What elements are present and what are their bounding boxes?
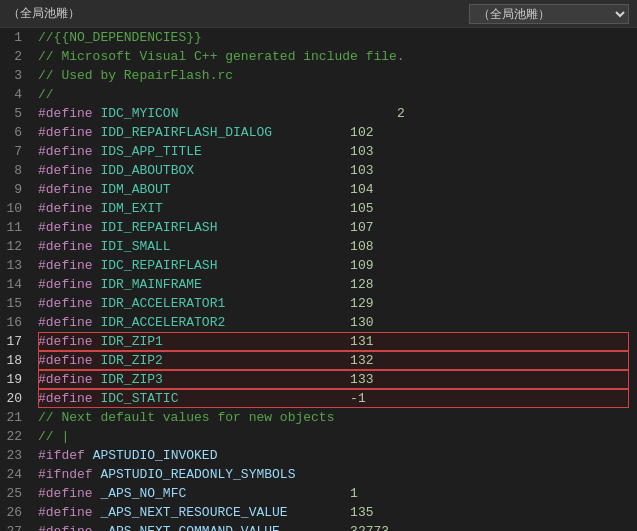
code-area: 1234567891011121314151617181920212223242… [0,28,637,531]
line-number: 12 [4,237,22,256]
line-number: 23 [4,446,22,465]
code-line: // Next default values for new objects [38,408,629,427]
line-number: 6 [4,123,22,142]
c-define-token: #define [38,218,93,237]
c-number-token: 107 [350,218,373,237]
line-number: 17 [4,332,22,351]
code-line: #define IDD_REPAIRFLASH_DIALOG 102 [38,123,629,142]
c-plain-token [93,275,101,294]
c-define-token: #define [38,256,93,275]
c-macro-token: IDM_ABOUT [100,180,170,199]
line-number: 22 [4,427,22,446]
c-comment-token: // Next default values for new objects [38,408,334,427]
c-macro-token: IDM_EXIT [100,199,162,218]
line-number: 3 [4,66,22,85]
c-plain-token [171,180,350,199]
code-line: #define IDI_SMALL 108 [38,237,629,256]
c-plain-token [280,522,350,531]
line-number: 20 [4,389,22,408]
c-aps-token: APSTUDIO_READONLY_SYMBOLS [100,465,295,484]
c-plain-token [163,370,350,389]
code-line: #define IDM_EXIT 105 [38,199,629,218]
line-number: 7 [4,142,22,161]
c-plain-token [85,446,93,465]
c-number-token: 109 [350,256,373,275]
code-line: // Microsoft Visual C++ generated includ… [38,47,629,66]
c-define-token: #define [38,104,93,123]
code-line: #define IDI_REPAIRFLASH 107 [38,218,629,237]
line-numbers: 1234567891011121314151617181920212223242… [0,28,30,531]
c-plain-token [93,161,101,180]
c-plain-token [171,237,350,256]
c-macro-token: IDR_ACCELERATOR1 [100,294,225,313]
code-line: #define IDR_ZIP3 133 [38,370,629,389]
c-comment-token: // | [38,427,69,446]
code-line: //{{NO_DEPENDENCIES}} [38,28,629,47]
c-define-token: #define [38,275,93,294]
toolbar-label: （全局池雕） [8,5,80,22]
line-number: 18 [4,351,22,370]
line-number: 13 [4,256,22,275]
c-comment-token: // Microsoft Visual C++ generated includ… [38,47,405,66]
c-plain-token [93,123,101,142]
code-line: #define IDC_MYICON 2 [38,104,629,123]
c-macro-token: IDD_REPAIRFLASH_DIALOG [100,123,272,142]
c-plain-token [217,256,350,275]
c-plain-token [225,294,350,313]
c-number-token: 135 [350,503,373,522]
line-number: 26 [4,503,22,522]
code-line: #define IDS_APP_TITLE 103 [38,142,629,161]
code-line: #define _APS_NO_MFC 1 [38,484,629,503]
c-plain-token [288,503,350,522]
c-plain-token [93,218,101,237]
c-plain-token [93,465,101,484]
c-plain-token [178,389,350,408]
c-aps-token: _APS_NEXT_COMMAND_VALUE [100,522,279,531]
code-line: #define IDR_MAINFRAME 128 [38,275,629,294]
line-number: 21 [4,408,22,427]
scope-dropdown[interactable]: （全局池雕） [469,4,629,24]
line-number: 8 [4,161,22,180]
c-macro-token: IDD_ABOUTBOX [100,161,194,180]
line-number: 19 [4,370,22,389]
c-macro-token: IDR_ZIP3 [100,370,162,389]
line-number: 15 [4,294,22,313]
code-line: #define IDR_ACCELERATOR1 129 [38,294,629,313]
c-comment-token: // Used by RepairFlash.rc [38,66,233,85]
c-define-token: #define [38,389,93,408]
c-number-token: 103 [350,142,373,161]
line-number: 25 [4,484,22,503]
c-plain-token [186,484,350,503]
c-plain-token [93,104,101,123]
c-define-token: #define [38,503,93,522]
c-macro-token: IDR_ACCELERATOR2 [100,313,225,332]
c-plain-token [93,142,101,161]
c-macro-token: IDS_APP_TITLE [100,142,201,161]
c-comment-token: // [38,85,54,104]
c-number-token: 105 [350,199,373,218]
c-macro-token: IDR_ZIP1 [100,332,162,351]
line-number: 2 [4,47,22,66]
c-define-token: #define [38,294,93,313]
code-line: // Used by RepairFlash.rc [38,66,629,85]
c-plain-token [202,142,350,161]
code-line: #define IDC_REPAIRFLASH 109 [38,256,629,275]
c-define-token: #define [38,199,93,218]
line-number: 16 [4,313,22,332]
code-line: #define IDM_ABOUT 104 [38,180,629,199]
line-number: 24 [4,465,22,484]
code-line: #define IDR_ZIP1 131 [38,332,629,351]
c-plain-token [202,275,350,294]
c-define-token: #define [38,522,93,531]
c-number-token: -1 [350,389,366,408]
line-number: 10 [4,199,22,218]
c-define-token: #define [38,351,93,370]
c-number-token: 128 [350,275,373,294]
c-number-token: 133 [350,370,373,389]
c-plain-token [93,370,101,389]
c-number-token: 1 [350,484,358,503]
c-define-token: #define [38,123,93,142]
code-line: #define IDC_STATIC -1 [38,389,629,408]
c-define-token: #define [38,370,93,389]
c-number-token: 2 [397,104,405,123]
